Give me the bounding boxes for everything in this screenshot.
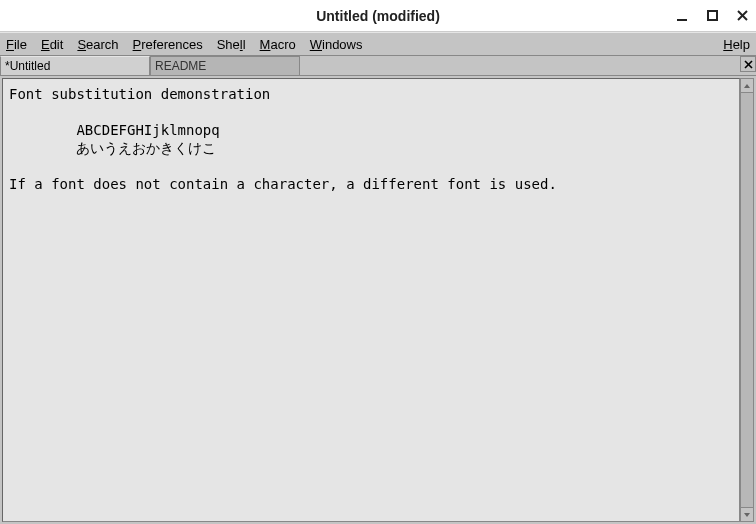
minimize-icon xyxy=(676,10,688,22)
titlebar: Untitled (modified) xyxy=(0,0,756,32)
svg-rect-0 xyxy=(677,19,687,21)
close-icon xyxy=(737,10,748,21)
menu-help[interactable]: Help xyxy=(723,37,750,52)
minimize-button[interactable] xyxy=(674,8,690,24)
menu-macro[interactable]: Macro xyxy=(260,37,296,52)
tab-label: *Untitled xyxy=(5,59,50,73)
menu-shell[interactable]: Shell xyxy=(217,37,246,52)
menu-windows[interactable]: Windows xyxy=(310,37,363,52)
scroll-up-button[interactable] xyxy=(741,79,753,93)
scroll-down-button[interactable] xyxy=(741,507,753,521)
chevron-down-icon xyxy=(743,512,751,518)
vertical-scrollbar[interactable] xyxy=(740,78,754,522)
menubar: File Edit Search Preferences Shell Macro… xyxy=(0,32,756,56)
close-icon xyxy=(744,60,753,69)
tab-label: README xyxy=(155,59,206,73)
menu-search[interactable]: Search xyxy=(77,37,118,52)
scroll-track[interactable] xyxy=(741,93,753,507)
editor-container: Font substitution demonstration ABCDEFGH… xyxy=(0,76,756,524)
tab-close-button[interactable] xyxy=(740,56,756,72)
close-button[interactable] xyxy=(734,8,750,24)
menu-preferences[interactable]: Preferences xyxy=(133,37,203,52)
svg-rect-1 xyxy=(708,11,717,20)
tab-readme[interactable]: README xyxy=(150,56,300,75)
window-title: Untitled (modified) xyxy=(316,8,440,24)
tab-untitled[interactable]: *Untitled xyxy=(0,56,150,75)
maximize-icon xyxy=(707,10,718,21)
menu-edit[interactable]: Edit xyxy=(41,37,63,52)
chevron-up-icon xyxy=(743,83,751,89)
text-editor[interactable]: Font substitution demonstration ABCDEFGH… xyxy=(2,78,740,522)
tabbar: *Untitled README xyxy=(0,56,756,76)
maximize-button[interactable] xyxy=(704,8,720,24)
svg-marker-7 xyxy=(744,513,750,517)
svg-marker-6 xyxy=(744,84,750,88)
menu-file[interactable]: File xyxy=(6,37,27,52)
titlebar-buttons xyxy=(674,8,750,24)
